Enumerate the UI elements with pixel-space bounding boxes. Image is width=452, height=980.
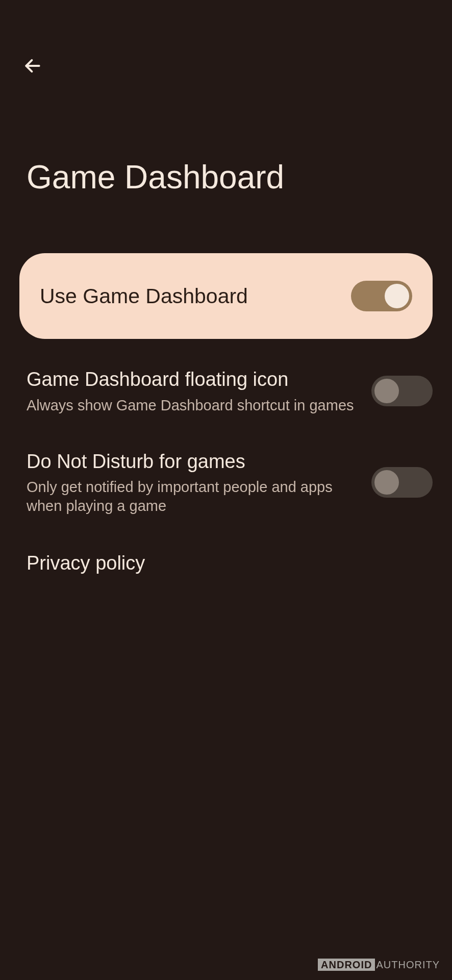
main-toggle-switch[interactable] bbox=[351, 281, 412, 311]
floating-icon-toggle[interactable] bbox=[371, 376, 433, 406]
privacy-policy-link[interactable]: Privacy policy bbox=[27, 550, 433, 574]
main-toggle-card[interactable]: Use Game Dashboard bbox=[19, 253, 433, 339]
setting-title: Game Dashboard floating icon bbox=[27, 368, 356, 392]
watermark: ANDROIDAUTHORITY bbox=[318, 959, 440, 971]
dnd-toggle[interactable] bbox=[371, 467, 433, 498]
setting-text: Do Not Disturb for games Only get notifi… bbox=[27, 450, 371, 516]
page-title: Game Dashboard bbox=[27, 158, 284, 196]
settings-list: Game Dashboard floating icon Always show… bbox=[27, 368, 433, 574]
setting-subtitle: Always show Game Dashboard shortcut in g… bbox=[27, 396, 356, 415]
setting-subtitle: Only get notified by important people an… bbox=[27, 478, 356, 516]
watermark-brand: ANDROID bbox=[318, 959, 375, 971]
setting-floating-icon[interactable]: Game Dashboard floating icon Always show… bbox=[27, 368, 433, 415]
setting-dnd-games[interactable]: Do Not Disturb for games Only get notifi… bbox=[27, 450, 433, 516]
watermark-site: AUTHORITY bbox=[376, 959, 440, 970]
back-button[interactable] bbox=[20, 54, 45, 78]
setting-title: Do Not Disturb for games bbox=[27, 450, 356, 474]
main-toggle-label: Use Game Dashboard bbox=[40, 284, 248, 308]
arrow-left-icon bbox=[23, 56, 42, 76]
setting-text: Game Dashboard floating icon Always show… bbox=[27, 368, 371, 415]
